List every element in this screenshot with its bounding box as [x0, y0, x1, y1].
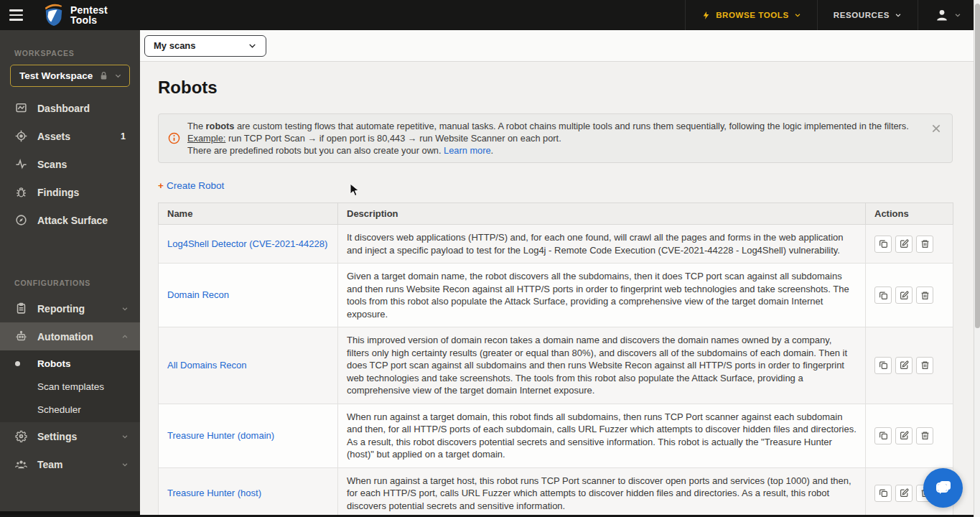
- chevron-down-icon: [248, 41, 257, 50]
- sidebar-item-label: Settings: [37, 431, 121, 442]
- compass-icon: [15, 214, 27, 226]
- trash-icon: [920, 239, 930, 248]
- delete-robot-button[interactable]: [916, 357, 933, 374]
- clipboard-icon: [15, 302, 27, 315]
- resources-menu[interactable]: RESOURCES: [817, 0, 918, 30]
- robots-table: Name Description Actions Log4Shell Detec…: [158, 202, 953, 517]
- robot-description: Given a target domain name, the robot di…: [347, 271, 849, 320]
- sidebar-item-label: Dashboard: [37, 103, 129, 114]
- duplicate-robot-button[interactable]: [874, 287, 892, 304]
- robots-info-banner: The robots are custom testing flows that…: [158, 113, 953, 163]
- browse-tools-menu[interactable]: BROWSE TOOLS: [685, 0, 817, 30]
- create-robot-button[interactable]: +Create Robot: [158, 180, 224, 191]
- duplicate-robot-button[interactable]: [874, 236, 892, 253]
- duplicate-robot-button[interactable]: [874, 357, 892, 374]
- chevron-down-icon: [121, 433, 129, 440]
- copy-icon: [879, 431, 888, 440]
- chat-widget-button[interactable]: [923, 468, 963, 508]
- subitem-label: Scheduler: [37, 404, 81, 415]
- edit-robot-button[interactable]: [895, 287, 913, 304]
- sidebar-item-assets[interactable]: Assets 1: [0, 122, 140, 150]
- logo-text: Pentest Tools: [70, 5, 108, 25]
- copy-icon: [879, 239, 888, 248]
- chevron-down-icon: [114, 72, 122, 80]
- table-header-row: Name Description Actions: [159, 203, 953, 225]
- lightning-bolt-icon: [701, 10, 711, 21]
- edit-robot-button[interactable]: [895, 485, 913, 502]
- table-row: Log4Shell Detector (CVE-2021-44228) It d…: [159, 225, 953, 264]
- dashboard-icon: [15, 102, 27, 114]
- robot-name-link[interactable]: Treasure Hunter (host): [167, 488, 261, 498]
- robot-name-link[interactable]: Treasure Hunter (domain): [167, 430, 274, 441]
- learn-more-link[interactable]: Learn more: [444, 145, 490, 156]
- sidebar-item-label: Automation: [37, 331, 121, 343]
- workspaces-section-label: WORKSPACES: [0, 30, 140, 65]
- pulse-icon: [15, 158, 27, 170]
- copy-icon: [879, 291, 888, 300]
- chevron-down-icon: [121, 461, 129, 468]
- sidebar-item-team[interactable]: Team: [0, 450, 140, 478]
- sidebar-item-findings[interactable]: Findings: [0, 178, 140, 206]
- sidebar-subitem-robots[interactable]: Robots: [0, 352, 140, 375]
- top-navbar: Pentest Tools BROWSE TOOLS RESOURCES: [0, 0, 980, 30]
- duplicate-robot-button[interactable]: [874, 427, 892, 444]
- banner-line-2: Example: run TCP Port Scan → if open por…: [187, 132, 923, 144]
- page-title: Robots: [158, 78, 953, 98]
- banner-line-3: There are predefined robots but you can …: [187, 144, 923, 157]
- sidebar-item-label: Scans: [37, 159, 129, 170]
- sidebar-item-label: Findings: [37, 187, 129, 198]
- resources-label: RESOURCES: [834, 11, 890, 19]
- delete-robot-button[interactable]: [916, 427, 933, 444]
- sidebar-item-label: Reporting: [37, 303, 121, 315]
- sidebar-item-attack-surface[interactable]: Attack Surface: [0, 206, 140, 234]
- active-dot: [15, 361, 20, 366]
- automation-submenu: Robots Scan templates Scheduler: [0, 350, 140, 422]
- workspace-selector[interactable]: Test Workspace: [10, 65, 130, 87]
- bug-icon: [15, 186, 27, 198]
- edit-pencil-icon: [900, 431, 909, 440]
- copy-icon: [879, 488, 888, 498]
- sidebar-item-reporting[interactable]: Reporting: [0, 294, 140, 322]
- sidebar-item-label: Team: [37, 459, 121, 470]
- edit-robot-button[interactable]: [895, 427, 913, 444]
- logo-shield-icon: [43, 4, 65, 27]
- trash-icon: [920, 291, 930, 300]
- sidebar-subitem-scheduler[interactable]: Scheduler: [0, 398, 140, 421]
- banner-line-1: The robots are custom testing flows that…: [187, 120, 923, 132]
- user-account-menu[interactable]: [918, 0, 980, 30]
- team-icon: [15, 458, 27, 470]
- menu-hamburger-icon[interactable]: [0, 0, 32, 30]
- column-header-actions: Actions: [866, 203, 953, 225]
- sidebar-item-scans[interactable]: Scans: [0, 150, 140, 178]
- chevron-down-icon: [794, 11, 801, 19]
- edit-robot-button[interactable]: [895, 236, 913, 253]
- sidebar-item-dashboard[interactable]: Dashboard: [0, 94, 140, 122]
- lock-icon: [99, 71, 108, 80]
- scrollbar-thumb[interactable]: [975, 4, 980, 328]
- sidebar-item-settings[interactable]: Settings: [0, 422, 140, 450]
- duplicate-robot-button[interactable]: [874, 485, 892, 502]
- sidebar-item-automation[interactable]: Automation: [0, 322, 140, 350]
- robot-name-link[interactable]: Domain Recon: [167, 289, 229, 300]
- robot-description: It discovers web applications (HTTP/S) a…: [347, 232, 844, 256]
- scope-strip: My scans: [140, 30, 980, 62]
- delete-robot-button[interactable]: [916, 287, 933, 304]
- scans-scope-select[interactable]: My scans: [144, 35, 266, 57]
- configurations-section-label: CONFIGURATIONS: [0, 234, 140, 294]
- column-header-name: Name: [159, 203, 338, 225]
- delete-robot-button[interactable]: [916, 236, 933, 253]
- close-icon[interactable]: [930, 123, 942, 134]
- sidebar-item-label: Assets: [37, 131, 121, 142]
- robot-name-link[interactable]: Log4Shell Detector (CVE-2021-44228): [167, 238, 327, 249]
- sidebar: WORKSPACES Test Workspace Dashboard Asse…: [0, 30, 140, 511]
- pentest-tools-logo[interactable]: Pentest Tools: [43, 4, 108, 27]
- page-scrollbar[interactable]: [974, 0, 980, 517]
- robot-name-link[interactable]: All Domains Recon: [167, 360, 247, 371]
- trash-icon: [920, 360, 930, 370]
- edit-robot-button[interactable]: [895, 357, 913, 374]
- assets-count-badge: 1: [121, 131, 126, 141]
- plus-icon: +: [158, 180, 164, 191]
- edit-pencil-icon: [900, 360, 909, 370]
- info-icon: [168, 132, 180, 144]
- sidebar-subitem-scan-templates[interactable]: Scan templates: [0, 375, 140, 398]
